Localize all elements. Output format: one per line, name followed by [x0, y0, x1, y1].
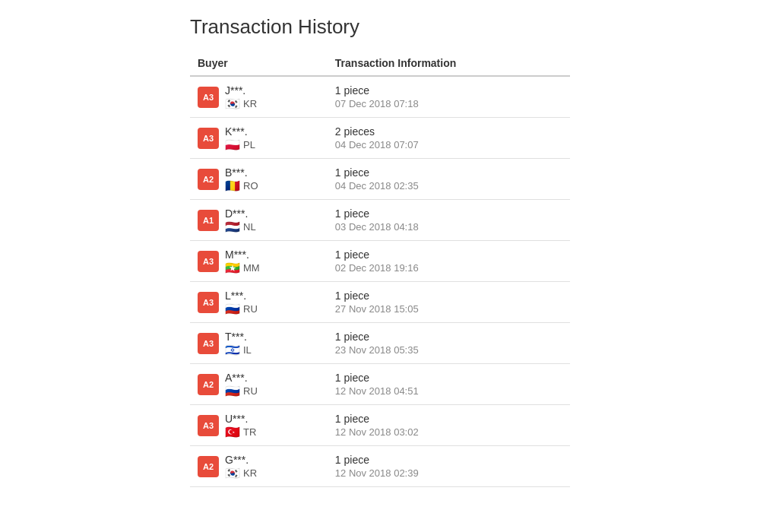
tx-date: 04 Dec 2018 02:35 — [335, 180, 562, 192]
buyer-info: A***. 🇷🇺 RU — [225, 372, 258, 397]
table-row: A3 U***. 🇹🇷 TR 1 piece 12 Nov 2018 03:02 — [190, 405, 570, 446]
table-row: A1 D***. 🇳🇱 NL 1 piece 03 Dec 2018 04:18 — [190, 200, 570, 241]
buyer-cell: A3 J***. 🇰🇷 KR — [198, 84, 320, 109]
buyer-country: 🇷🇺 RU — [225, 385, 258, 397]
flag-icon: 🇳🇱 — [225, 222, 240, 233]
col-header-buyer: Buyer — [190, 51, 328, 76]
tx-date: 12 Nov 2018 04:51 — [335, 385, 562, 397]
buyer-country: 🇷🇴 RO — [225, 180, 258, 192]
transaction-table: Buyer Transaction Information A3 J***. 🇰… — [190, 51, 570, 487]
tx-date: 12 Nov 2018 03:02 — [335, 426, 562, 438]
avatar-badge: A3 — [198, 415, 219, 436]
tx-date: 27 Nov 2018 15:05 — [335, 303, 562, 315]
avatar-badge: A3 — [198, 87, 219, 108]
tx-pieces: 1 piece — [335, 454, 562, 466]
tx-info-cell: 1 piece 07 Dec 2018 07:18 — [335, 84, 562, 109]
tx-pieces: 1 piece — [335, 331, 562, 343]
buyer-info: B***. 🇷🇴 RO — [225, 166, 258, 192]
buyer-name: L***. — [225, 290, 258, 302]
avatar-badge: A3 — [198, 251, 219, 272]
tx-pieces: 1 piece — [335, 372, 562, 384]
buyer-info: K***. 🇵🇱 PL — [225, 125, 255, 150]
buyer-country: 🇮🇱 IL — [225, 344, 252, 356]
tx-info-cell: 1 piece 02 Dec 2018 19:16 — [335, 249, 562, 274]
buyer-country: 🇰🇷 KR — [225, 467, 257, 479]
buyer-country: 🇲🇲 MM — [225, 262, 260, 274]
tx-date: 07 Dec 2018 07:18 — [335, 98, 562, 109]
table-row: A3 M***. 🇲🇲 MM 1 piece 02 Dec 2018 19:16 — [190, 241, 570, 282]
buyer-name: U***. — [225, 413, 256, 425]
tx-info-cell: 1 piece 12 Nov 2018 04:51 — [335, 372, 562, 397]
avatar-badge: A2 — [198, 456, 219, 477]
tx-pieces: 1 piece — [335, 166, 562, 179]
buyer-name: G***. — [225, 454, 257, 466]
avatar-badge: A3 — [198, 292, 219, 313]
avatar-badge: A1 — [198, 210, 219, 231]
buyer-info: M***. 🇲🇲 MM — [225, 249, 260, 274]
buyer-info: D***. 🇳🇱 NL — [225, 207, 256, 233]
buyer-cell: A2 A***. 🇷🇺 RU — [198, 372, 320, 397]
tx-info-cell: 1 piece 04 Dec 2018 02:35 — [335, 166, 562, 192]
buyer-name: T***. — [225, 331, 252, 343]
page-title: Transaction History — [190, 15, 570, 39]
flag-icon: 🇰🇷 — [225, 99, 240, 109]
col-header-transaction-info: Transaction Information — [328, 51, 570, 76]
buyer-cell: A3 L***. 🇷🇺 RU — [198, 290, 320, 315]
country-code: MM — [243, 262, 260, 274]
buyer-info: T***. 🇮🇱 IL — [225, 331, 252, 356]
avatar-badge: A3 — [198, 333, 219, 354]
tx-info-cell: 1 piece 12 Nov 2018 02:39 — [335, 454, 562, 479]
flag-icon: 🇰🇷 — [225, 468, 240, 479]
country-code: KR — [243, 467, 257, 479]
tx-pieces: 1 piece — [335, 413, 562, 425]
table-row: A3 J***. 🇰🇷 KR 1 piece 07 Dec 2018 07:18 — [190, 76, 570, 118]
buyer-country: 🇵🇱 PL — [225, 139, 255, 150]
avatar-badge: A2 — [198, 169, 219, 190]
buyer-name: A***. — [225, 372, 258, 384]
tx-info-cell: 1 piece 03 Dec 2018 04:18 — [335, 207, 562, 233]
tx-pieces: 1 piece — [335, 249, 562, 261]
tx-pieces: 2 pieces — [335, 125, 562, 138]
table-row: A2 B***. 🇷🇴 RO 1 piece 04 Dec 2018 02:35 — [190, 159, 570, 200]
tx-info-cell: 2 pieces 04 Dec 2018 07:07 — [335, 125, 562, 150]
tx-pieces: 1 piece — [335, 207, 562, 220]
table-row: A2 G***. 🇰🇷 KR 1 piece 12 Nov 2018 02:39 — [190, 446, 570, 487]
buyer-info: G***. 🇰🇷 KR — [225, 454, 257, 479]
table-row: A3 L***. 🇷🇺 RU 1 piece 27 Nov 2018 15:05 — [190, 282, 570, 323]
flag-icon: 🇮🇱 — [225, 345, 240, 356]
tx-info-cell: 1 piece 23 Nov 2018 05:35 — [335, 331, 562, 356]
buyer-cell: A3 U***. 🇹🇷 TR — [198, 413, 320, 438]
buyer-country: 🇷🇺 RU — [225, 303, 258, 315]
country-code: IL — [243, 344, 252, 356]
flag-icon: 🇷🇴 — [225, 181, 240, 192]
country-code: NL — [243, 221, 256, 233]
buyer-name: D***. — [225, 207, 256, 220]
flag-icon: 🇷🇺 — [225, 304, 240, 315]
tx-date: 03 Dec 2018 04:18 — [335, 221, 562, 233]
tx-info-cell: 1 piece 12 Nov 2018 03:02 — [335, 413, 562, 438]
buyer-country: 🇹🇷 TR — [225, 426, 256, 438]
table-header-row: Buyer Transaction Information — [190, 51, 570, 76]
flag-icon: 🇹🇷 — [225, 427, 240, 438]
buyer-name: J***. — [225, 84, 257, 97]
buyer-cell: A2 B***. 🇷🇴 RO — [198, 166, 320, 192]
buyer-cell: A1 D***. 🇳🇱 NL — [198, 207, 320, 233]
tx-pieces: 1 piece — [335, 290, 562, 302]
country-code: PL — [243, 139, 255, 150]
country-code: RU — [243, 385, 258, 397]
buyer-cell: A3 M***. 🇲🇲 MM — [198, 249, 320, 274]
buyer-cell: A3 K***. 🇵🇱 PL — [198, 125, 320, 150]
buyer-cell: A3 T***. 🇮🇱 IL — [198, 331, 320, 356]
tx-pieces: 1 piece — [335, 84, 562, 97]
flag-icon: 🇲🇲 — [225, 263, 240, 274]
table-row: A2 A***. 🇷🇺 RU 1 piece 12 Nov 2018 04:51 — [190, 364, 570, 405]
country-code: RU — [243, 303, 258, 315]
buyer-info: U***. 🇹🇷 TR — [225, 413, 256, 438]
page-container: Transaction History Buyer Transaction In… — [0, 0, 760, 532]
buyer-info: L***. 🇷🇺 RU — [225, 290, 258, 315]
buyer-name: M***. — [225, 249, 260, 261]
tx-date: 23 Nov 2018 05:35 — [335, 344, 562, 356]
tx-info-cell: 1 piece 27 Nov 2018 15:05 — [335, 290, 562, 315]
buyer-country: 🇳🇱 NL — [225, 221, 256, 233]
country-code: KR — [243, 98, 257, 109]
